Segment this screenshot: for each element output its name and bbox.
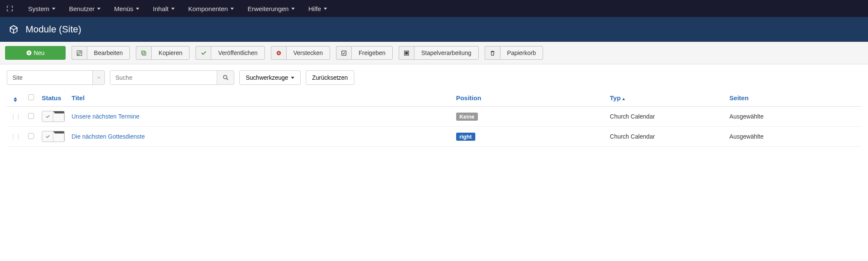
new-button[interactable]: Neu xyxy=(5,46,66,60)
edit-icon[interactable] xyxy=(72,46,87,60)
checkin-button[interactable]: Freigeben xyxy=(351,46,393,60)
caret-down-icon xyxy=(97,8,101,10)
svg-rect-1 xyxy=(77,50,81,55)
cube-icon xyxy=(9,24,19,35)
trash-button-group: Papierkorb xyxy=(485,46,543,60)
svg-rect-7 xyxy=(405,52,408,54)
svg-rect-2 xyxy=(142,51,145,54)
column-order[interactable] xyxy=(7,89,24,107)
caret-down-icon xyxy=(97,77,101,79)
clear-button[interactable]: Zurücksetzen xyxy=(306,70,354,85)
module-pages: Ausgewählte xyxy=(726,107,861,127)
hide-button[interactable]: Verstecken xyxy=(286,46,330,60)
nav-menus[interactable]: Menüs xyxy=(108,2,145,16)
published-icon[interactable] xyxy=(42,131,53,142)
caret-down-icon xyxy=(230,8,234,10)
column-label: Titel xyxy=(72,94,85,102)
button-label: Freigeben xyxy=(359,49,385,56)
column-title[interactable]: Titel xyxy=(68,89,453,107)
search-input[interactable] xyxy=(110,71,217,84)
search-button[interactable] xyxy=(217,71,234,84)
client-select[interactable]: Site xyxy=(7,70,105,85)
dropdown-toggle[interactable] xyxy=(53,131,64,142)
svg-rect-3 xyxy=(143,52,146,55)
nav-help[interactable]: Hilfe xyxy=(302,2,333,16)
select-toggle[interactable] xyxy=(92,71,104,84)
button-label: Zurücksetzen xyxy=(312,74,348,81)
nav-label: Inhalt xyxy=(153,5,169,12)
row-checkbox[interactable] xyxy=(28,113,34,119)
position-badge: Keine xyxy=(456,113,478,121)
nav-label: Menüs xyxy=(114,5,133,12)
caret-down-icon xyxy=(291,77,294,79)
svg-rect-5 xyxy=(342,51,346,55)
trash-button[interactable]: Papierkorb xyxy=(500,46,543,60)
page-header: Module (Site) xyxy=(0,17,868,42)
button-label: Kopieren xyxy=(158,49,182,56)
top-navigation: System Benutzer Menüs Inhalt Komponenten… xyxy=(0,0,868,17)
square-icon[interactable] xyxy=(399,46,414,60)
checkbox-icon[interactable] xyxy=(336,46,351,60)
nav-extensions[interactable]: Erweiterungen xyxy=(241,2,301,16)
search-tools-button[interactable]: Suchwerkzeuge xyxy=(239,70,301,85)
status-toggle[interactable] xyxy=(42,131,65,142)
position-badge: right xyxy=(456,133,475,141)
nav-users[interactable]: Benutzer xyxy=(63,2,106,16)
search-icon xyxy=(222,74,229,81)
module-type: Church Calendar xyxy=(606,127,726,147)
nav-label: Benutzer xyxy=(69,5,95,12)
column-pages[interactable]: Seiten xyxy=(726,89,861,107)
nav-system[interactable]: System xyxy=(22,2,61,16)
caret-down-icon xyxy=(171,8,175,10)
button-label: Veröffentlichen xyxy=(218,49,257,56)
button-label: Papierkorb xyxy=(507,49,536,56)
publish-button[interactable]: Veröffentlichen xyxy=(211,46,264,60)
checkin-button-group: Freigeben xyxy=(336,46,393,60)
publish-button-group: Veröffentlichen xyxy=(195,46,264,60)
nav-label: Erweiterungen xyxy=(247,5,289,12)
copy-button-group: Kopieren xyxy=(136,46,190,60)
copy-icon[interactable] xyxy=(136,46,151,60)
plus-circle-icon xyxy=(26,50,32,56)
button-label: Suchwerkzeuge xyxy=(246,74,288,81)
drag-handle-icon[interactable]: ⋮⋮ xyxy=(10,133,20,140)
column-label: Position xyxy=(456,94,481,102)
nav-label: System xyxy=(28,5,49,12)
button-label: Bearbeiten xyxy=(94,49,123,56)
drag-handle-icon[interactable]: ⋮⋮ xyxy=(10,113,20,120)
edit-button[interactable]: Bearbeiten xyxy=(87,46,130,60)
published-icon[interactable] xyxy=(42,111,53,122)
column-position[interactable]: Position xyxy=(453,89,606,107)
select-value: Site xyxy=(7,71,92,84)
caret-down-icon xyxy=(291,8,295,10)
table-row: ⋮⋮Die nächsten GottesdiensterightChurch … xyxy=(7,127,861,147)
status-toggle[interactable] xyxy=(42,111,65,122)
module-title-link[interactable]: Unsere nächsten Termine xyxy=(72,113,139,120)
module-pages: Ausgewählte xyxy=(726,127,861,147)
edit-button-group: Bearbeiten xyxy=(72,46,130,60)
column-checkall[interactable] xyxy=(24,89,38,107)
column-label: Typ xyxy=(610,94,621,102)
checkbox-all[interactable] xyxy=(28,94,34,100)
copy-button[interactable]: Kopieren xyxy=(151,46,190,60)
check-icon[interactable] xyxy=(195,46,211,60)
module-title-link[interactable]: Die nächsten Gottesdienste xyxy=(72,133,145,140)
sort-icon xyxy=(14,97,17,102)
nav-label: Komponenten xyxy=(188,5,228,12)
filter-bar: Site Suchwerkzeuge Zurücksetzen xyxy=(0,64,868,85)
column-label: Seiten xyxy=(730,94,749,102)
nav-content[interactable]: Inhalt xyxy=(147,2,181,16)
nav-components[interactable]: Komponenten xyxy=(182,2,240,16)
table-row: ⋮⋮Unsere nächsten TermineKeineChurch Cal… xyxy=(7,107,861,127)
svg-point-8 xyxy=(223,75,227,79)
joomla-logo-icon[interactable] xyxy=(4,3,15,14)
button-label: Stapelverarbeitung xyxy=(421,49,471,56)
column-type[interactable]: Typ▲ xyxy=(606,89,726,107)
trash-icon[interactable] xyxy=(485,46,500,60)
batch-button[interactable]: Stapelverarbeitung xyxy=(414,46,479,60)
x-circle-icon[interactable] xyxy=(271,46,286,60)
row-checkbox[interactable] xyxy=(28,133,34,139)
dropdown-toggle[interactable] xyxy=(53,111,64,122)
caret-down-icon xyxy=(53,131,64,142)
column-status[interactable]: Status xyxy=(38,89,68,107)
